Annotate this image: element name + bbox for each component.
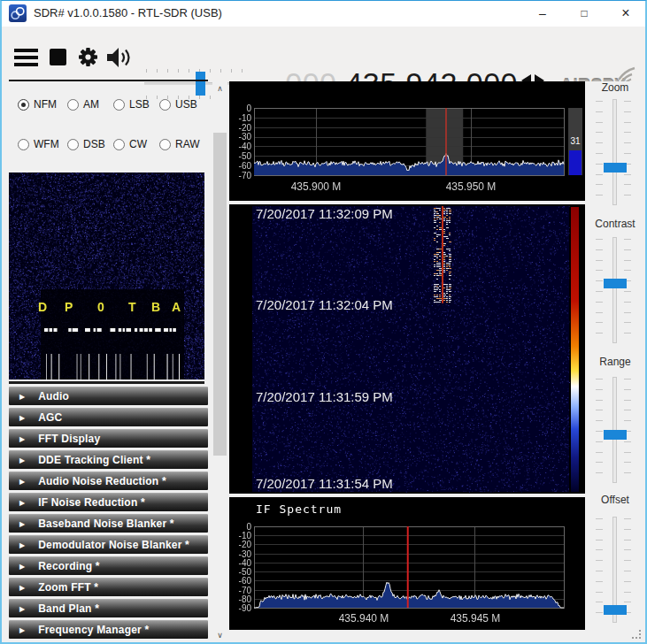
panel-header-audio[interactable]: ▶Audio	[9, 387, 208, 405]
expand-arrow-icon[interactable]: ▶	[19, 414, 25, 422]
decoder-display: D P 0 T B A	[9, 172, 204, 380]
slider-ticks	[596, 518, 603, 623]
waterfall-canvas[interactable]	[229, 204, 585, 494]
sdrsharp-window: SDR# v1.0.0.1580 - RTL-SDR (USB) – □ ×	[0, 0, 647, 644]
panel-header-baseband-noise-blanker[interactable]: ▶Baseband Noise Blanker *	[9, 514, 208, 533]
left-panel-scrollbar[interactable]: ∧ ∨	[212, 81, 227, 642]
mode-radio-am[interactable]: AM	[67, 97, 99, 111]
scrollbar-thumb[interactable]	[213, 133, 227, 456]
maximize-button[interactable]: □	[564, 0, 605, 27]
scroll-down-icon[interactable]: ∨	[212, 628, 227, 642]
offset-slider-label: Offset	[585, 494, 645, 506]
mode-radio-nfm[interactable]: NFM	[18, 97, 57, 111]
panel-header-fft-display[interactable]: ▶FFT Display	[9, 429, 208, 448]
range-slider-thumb[interactable]	[604, 430, 627, 440]
contrast-slider-track[interactable]	[612, 237, 617, 343]
slider-ticks	[624, 239, 631, 343]
axis-tick: -60	[229, 161, 251, 171]
axis-tick: -10	[229, 113, 251, 123]
slider-ticks	[596, 379, 603, 483]
axis-tick: -90	[229, 603, 251, 613]
panel-header-recording[interactable]: ▶Recording *	[9, 556, 208, 575]
settings-gear-icon[interactable]	[76, 45, 100, 69]
mode-radio-cw[interactable]: CW	[113, 137, 147, 151]
axis-tick: -50	[229, 151, 251, 161]
slider-ticks	[624, 101, 631, 205]
separator	[9, 381, 204, 384]
mode-radio-usb[interactable]: USB	[159, 97, 197, 111]
radio-icon[interactable]	[18, 99, 29, 111]
panel-header-if-noise-reduction[interactable]: ▶IF Noise Reduction *	[9, 493, 208, 511]
radio-icon[interactable]	[18, 139, 29, 150]
decoded-letter: 0	[97, 300, 104, 314]
panel-header-agc[interactable]: ▶AGC	[9, 408, 208, 426]
speaker-icon[interactable]	[106, 46, 134, 69]
freq-tick: 435.950 M	[435, 180, 506, 193]
radio-icon[interactable]	[113, 99, 125, 111]
axis-tick: -60	[229, 576, 251, 586]
offset-slider-thumb[interactable]	[604, 605, 627, 615]
expand-arrow-icon[interactable]: ▶	[19, 520, 25, 528]
separator	[9, 80, 208, 81]
panel-header-dde-tracking-client[interactable]: ▶DDE Tracking Client *	[9, 450, 208, 469]
expand-arrow-icon[interactable]: ▶	[19, 393, 25, 401]
panel-header-demodulator-noise-blanker[interactable]: ▶Demodulator Noise Blanker *	[9, 535, 208, 554]
left-panel: NFM AM LSB USB WFM DSB CW RAW D P 0 T B …	[7, 78, 212, 644]
radio-icon[interactable]	[159, 139, 171, 150]
window-title: SDR# v1.0.0.1580 - RTL-SDR (USB)	[34, 0, 222, 27]
main-spectrum-panel: 0 -10 -20 -30 -40 -50 -60 -70 435.900 M …	[229, 81, 585, 201]
expand-arrow-icon[interactable]: ▶	[19, 499, 25, 507]
zoom-slider-label: Zoom	[585, 81, 645, 94]
expand-arrow-icon[interactable]: ▶	[19, 456, 25, 464]
radio-icon[interactable]	[113, 139, 125, 150]
signal-meter-value: 31	[568, 136, 582, 146]
panel-header-band-plan[interactable]: ▶Band Plan *	[9, 599, 208, 617]
freq-tick: 435.945 M	[440, 612, 511, 625]
mode-radio-raw[interactable]: RAW	[159, 137, 200, 151]
contrast-slider-thumb[interactable]	[604, 279, 627, 288]
title-bar[interactable]: SDR# v1.0.0.1580 - RTL-SDR (USB) – □ ×	[0, 0, 647, 27]
decoded-letter: A	[172, 300, 181, 314]
panel-header-audio-noise-reduction[interactable]: ▶Audio Noise Reduction *	[9, 472, 208, 490]
mode-radio-lsb[interactable]: LSB	[113, 97, 150, 111]
axis-tick: -20	[229, 540, 251, 549]
zoom-slider-track[interactable]	[612, 99, 617, 205]
minimize-button[interactable]: –	[522, 0, 563, 27]
app-icon	[9, 4, 27, 22]
scroll-up-icon[interactable]: ∧	[212, 81, 227, 96]
decoded-letter: P	[65, 300, 73, 314]
menu-icon[interactable]	[14, 49, 38, 66]
if-spectrum-panel: IF Spectrum 0 -10 -20 -30 -40 -50 -60 -7…	[229, 497, 585, 630]
radio-icon[interactable]	[67, 139, 79, 150]
zoom-slider-thumb[interactable]	[604, 163, 627, 172]
axis-tick: -40	[229, 142, 251, 151]
collapsible-panel-list: ▶Audio ▶AGC ▶FFT Display ▶DDE Tracking C…	[9, 387, 208, 641]
waterfall-panel: 7/20/2017 11:32:09 PM 7/20/2017 11:32:04…	[229, 204, 585, 494]
mode-radio-wfm[interactable]: WFM	[18, 137, 59, 151]
axis-tick: -30	[229, 132, 251, 142]
panel-header-frequency-manager[interactable]: ▶Frequency Manager *	[9, 620, 208, 639]
expand-arrow-icon[interactable]: ▶	[19, 584, 25, 592]
signal-meter: 31	[568, 108, 582, 175]
waterfall-timestamp: 7/20/2017 11:31:54 PM	[256, 476, 393, 491]
panel-header-zoom-fft[interactable]: ▶Zoom FFT *	[9, 578, 208, 596]
decoded-letter: T	[128, 300, 136, 314]
expand-arrow-icon[interactable]: ▶	[19, 435, 25, 443]
freq-tick: 435.900 M	[281, 180, 351, 193]
expand-arrow-icon[interactable]: ▶	[19, 541, 25, 549]
signal-meter-fill	[569, 150, 582, 175]
waterfall-timestamp: 7/20/2017 11:31:59 PM	[256, 389, 393, 404]
resize-grip[interactable]	[632, 630, 643, 640]
slider-ticks	[596, 101, 603, 205]
expand-arrow-icon[interactable]: ▶	[19, 478, 25, 486]
radio-icon[interactable]	[67, 99, 79, 111]
if-spectrum-canvas[interactable]	[229, 497, 585, 630]
expand-arrow-icon[interactable]: ▶	[19, 605, 25, 613]
contrast-slider-label: Contrast	[585, 218, 645, 230]
expand-arrow-icon[interactable]: ▶	[19, 563, 25, 571]
radio-icon[interactable]	[159, 99, 171, 111]
close-button[interactable]: ×	[605, 0, 646, 27]
expand-arrow-icon[interactable]: ▶	[19, 626, 25, 634]
mode-radio-dsb[interactable]: DSB	[67, 137, 105, 151]
stop-button[interactable]	[50, 49, 66, 65]
